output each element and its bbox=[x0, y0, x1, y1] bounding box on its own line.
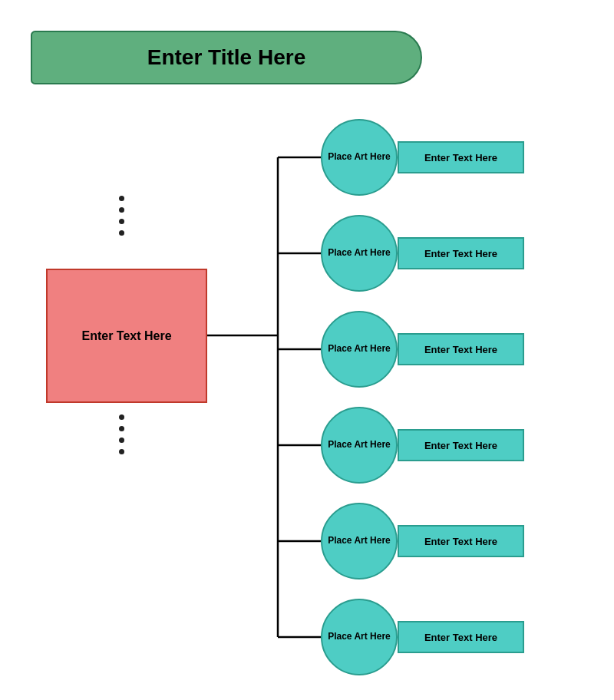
text-box-1[interactable]: Enter Text Here bbox=[398, 141, 524, 173]
circle-4-label: Place Art Here bbox=[328, 439, 391, 451]
title-text: Enter Title Here bbox=[147, 45, 305, 70]
circle-5[interactable]: Place Art Here bbox=[321, 503, 398, 579]
circle-5-label: Place Art Here bbox=[328, 535, 391, 547]
circle-3[interactable]: Place Art Here bbox=[321, 311, 398, 388]
circle-3-label: Place Art Here bbox=[328, 343, 391, 355]
text-box-4-label: Enter Text Here bbox=[424, 440, 497, 451]
dot-1 bbox=[119, 196, 124, 201]
circle-1[interactable]: Place Art Here bbox=[321, 119, 398, 196]
text-box-6-label: Enter Text Here bbox=[424, 632, 497, 643]
text-box-2-label: Enter Text Here bbox=[424, 248, 497, 259]
main-box-label: Enter Text Here bbox=[81, 329, 171, 343]
dots-above bbox=[119, 196, 124, 236]
title-banner[interactable]: Enter Title Here bbox=[31, 31, 422, 84]
dot-5 bbox=[119, 414, 124, 420]
row-2: Place Art Here Enter Text Here bbox=[321, 215, 524, 292]
dot-7 bbox=[119, 438, 124, 443]
text-box-2[interactable]: Enter Text Here bbox=[398, 237, 524, 269]
circle-1-label: Place Art Here bbox=[328, 151, 391, 163]
text-box-5-label: Enter Text Here bbox=[424, 536, 497, 547]
row-3: Place Art Here Enter Text Here bbox=[321, 311, 524, 388]
text-box-5[interactable]: Enter Text Here bbox=[398, 525, 524, 557]
row-6: Place Art Here Enter Text Here bbox=[321, 599, 524, 675]
dots-below bbox=[119, 414, 124, 454]
circle-2[interactable]: Place Art Here bbox=[321, 215, 398, 292]
dot-6 bbox=[119, 426, 124, 431]
row-4: Place Art Here Enter Text Here bbox=[321, 407, 524, 484]
main-box[interactable]: Enter Text Here bbox=[46, 269, 207, 403]
text-box-6[interactable]: Enter Text Here bbox=[398, 621, 524, 653]
page: Enter Title Here Enter Text Here Pl bbox=[0, 0, 614, 700]
dot-8 bbox=[119, 449, 124, 454]
text-box-1-label: Enter Text Here bbox=[424, 152, 497, 163]
row-5: Place Art Here Enter Text Here bbox=[321, 503, 524, 579]
dot-4 bbox=[119, 230, 124, 236]
row-1: Place Art Here Enter Text Here bbox=[321, 119, 524, 196]
circle-6-label: Place Art Here bbox=[328, 631, 391, 643]
dot-2 bbox=[119, 207, 124, 213]
circle-6[interactable]: Place Art Here bbox=[321, 599, 398, 675]
dot-3 bbox=[119, 219, 124, 224]
circle-2-label: Place Art Here bbox=[328, 247, 391, 259]
text-box-4[interactable]: Enter Text Here bbox=[398, 429, 524, 461]
text-box-3-label: Enter Text Here bbox=[424, 344, 497, 355]
circle-4[interactable]: Place Art Here bbox=[321, 407, 398, 484]
text-box-3[interactable]: Enter Text Here bbox=[398, 333, 524, 365]
